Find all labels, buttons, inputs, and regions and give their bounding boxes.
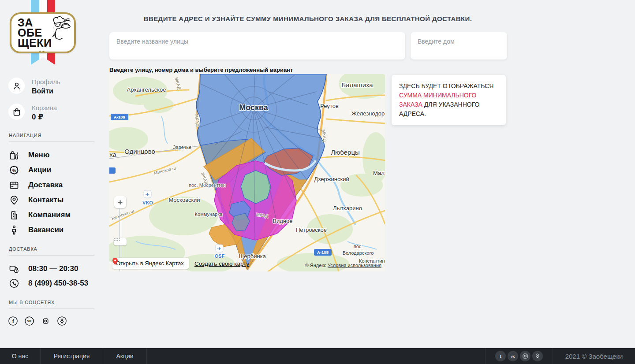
delivery-zones-map[interactable]: А-109 А-105 ✈ VKO ✈ OSF Москва Балашиха … bbox=[109, 74, 385, 271]
info-card-text: ЗДЕСЬ БУДЕТ ОТОБРАЖАТЬСЯ bbox=[399, 82, 493, 89]
delivery-section-header: ДОСТАВКА bbox=[9, 246, 37, 252]
plane-icon: ✈ bbox=[145, 192, 149, 197]
svg-text:VK: VK bbox=[27, 319, 32, 323]
odnoklassniki-icon[interactable] bbox=[57, 316, 67, 326]
sidebar-item-label: Компаниям bbox=[28, 211, 71, 219]
delivery-hours: 08:30 — 20:30 bbox=[28, 264, 78, 273]
sidebar-item-vacancies[interactable]: Вакансии bbox=[9, 224, 97, 236]
svg-text:Москва: Москва bbox=[239, 103, 269, 112]
odnoklassniki-icon[interactable] bbox=[532, 351, 543, 361]
sidebar-socials: f VK bbox=[8, 316, 67, 326]
footer-link-promos[interactable]: Акции bbox=[103, 348, 147, 364]
svg-text:Щербинка: Щербинка bbox=[239, 253, 266, 260]
divider bbox=[9, 141, 94, 142]
login-link[interactable]: Войти bbox=[32, 86, 60, 96]
facebook-icon[interactable]: f bbox=[495, 351, 506, 361]
cart-label: Корзина bbox=[32, 104, 57, 112]
map-pin-icon bbox=[112, 258, 118, 265]
svg-text:Видное: Видное bbox=[273, 218, 292, 224]
terms-of-use-link[interactable]: Условия использования bbox=[328, 263, 381, 268]
street-input[interactable] bbox=[109, 32, 405, 59]
svg-text:Коммунарка: Коммунарка bbox=[195, 212, 223, 217]
plane-icon: ✈ bbox=[217, 246, 221, 251]
sidebar-item-label: Меню bbox=[28, 151, 49, 160]
profile-icon bbox=[8, 78, 25, 94]
sidebar-item-companies[interactable]: Компаниям bbox=[9, 209, 97, 221]
logo[interactable]: ЗА ОБЕ ЩЕКИ bbox=[10, 12, 76, 53]
sidebar-item-label: Вакансии bbox=[28, 226, 64, 234]
yandex-copyright: © Яндекс bbox=[305, 263, 326, 268]
delivery-box-icon bbox=[9, 180, 19, 190]
facebook-icon[interactable]: f bbox=[8, 316, 18, 326]
svg-text:ха: ха bbox=[109, 151, 116, 158]
sidebar-item-promos[interactable]: % Акции bbox=[9, 164, 97, 176]
sidebar-item-delivery[interactable]: Доставка bbox=[9, 179, 97, 191]
nav-section-header: НАВИГАЦИЯ bbox=[9, 133, 41, 138]
logo-dots bbox=[39, 51, 45, 53]
zoom-slider-handle[interactable] bbox=[114, 238, 127, 245]
svg-text:А-109: А-109 bbox=[114, 115, 125, 119]
svg-text:Архангельское: Архангельское bbox=[127, 86, 166, 93]
social-section-header: МЫ В СОЦСЕТЯХ bbox=[9, 300, 55, 305]
person-standing-icon bbox=[9, 225, 19, 235]
create-own-map-link[interactable]: Создать свою карту bbox=[194, 260, 249, 267]
svg-text:пос.: пос. bbox=[354, 244, 363, 249]
sidebar-item-label: Доставка bbox=[28, 181, 63, 189]
phone-number: 8 (499) 450-38-53 bbox=[28, 279, 88, 288]
open-yandex-maps-label: Открыть в Яндекс.Картах bbox=[116, 260, 184, 267]
menu-bag-icon bbox=[9, 150, 19, 160]
sidebar-item-contacts[interactable]: Контакты bbox=[9, 194, 97, 206]
sidebar-item-label: Контакты bbox=[28, 196, 64, 204]
location-pin-icon bbox=[9, 195, 19, 205]
svg-text:Дзержинский: Дзержинский bbox=[314, 176, 349, 182]
sidebar: ЗА ОБЕ ЩЕКИ Профиль Войти bbox=[0, 0, 106, 348]
svg-text:f: f bbox=[500, 353, 502, 359]
svg-text:Лыткарино: Лыткарино bbox=[333, 205, 362, 212]
svg-text:Заречье: Заречье bbox=[173, 145, 191, 150]
svg-text:Балашиха: Балашиха bbox=[341, 81, 373, 89]
svg-text:OSF: OSF bbox=[215, 253, 225, 259]
footer-link-registration[interactable]: Регистрация bbox=[41, 348, 103, 364]
page-title: ВВЕДИТЕ АДРЕС И УЗНАЙТЕ СУММУ МИНИМАЛЬНО… bbox=[106, 15, 510, 22]
svg-text:А-105: А-105 bbox=[317, 250, 329, 255]
chef-illustration-icon bbox=[45, 15, 72, 44]
building-icon bbox=[9, 210, 19, 220]
vk-icon[interactable]: VK bbox=[24, 316, 34, 326]
svg-text:Володарского: Володарского bbox=[343, 250, 374, 256]
footer: О нас Регистрация Акции f VK 2021 © Заоб… bbox=[0, 348, 635, 364]
svg-text:VKO: VKO bbox=[142, 200, 153, 205]
svg-text:Одинцово: Одинцово bbox=[124, 148, 155, 155]
truck-clock-icon bbox=[9, 264, 19, 274]
divider bbox=[9, 308, 94, 309]
divider bbox=[9, 255, 94, 256]
svg-text:%: % bbox=[12, 168, 16, 173]
house-input[interactable] bbox=[411, 32, 507, 59]
cart-row[interactable]: Корзина 0 ₽ bbox=[8, 104, 57, 122]
sidebar-item-menu[interactable]: Меню bbox=[9, 149, 97, 161]
instagram-icon[interactable] bbox=[41, 316, 51, 326]
svg-text:Петровское: Петровское bbox=[296, 227, 327, 233]
open-yandex-maps-button[interactable]: Открыть в Яндекс.Картах bbox=[112, 258, 189, 269]
profile-row[interactable]: Профиль Войти bbox=[8, 78, 60, 96]
vk-icon[interactable]: VK bbox=[508, 351, 518, 361]
zone-green bbox=[241, 171, 271, 204]
svg-text:Малаховка: Малаховка bbox=[373, 170, 385, 176]
svg-text:VK: VK bbox=[511, 355, 515, 358]
min-order-info-card: ЗДЕСЬ БУДЕТ ОТОБРАЖАТЬСЯ СУММА МИНИМАЛЬН… bbox=[392, 75, 506, 125]
phone-row[interactable]: 8 (499) 450-38-53 bbox=[9, 277, 97, 290]
address-helper-text: Введите улицу, номер дома и выберите пре… bbox=[109, 67, 293, 73]
footer-socials: f VK bbox=[485, 348, 553, 364]
footer-copyright: 2021 © Заобещеки bbox=[553, 348, 635, 364]
cart-icon bbox=[8, 104, 25, 120]
percent-badge-icon: % bbox=[9, 165, 19, 175]
profile-label: Профиль bbox=[32, 78, 60, 86]
sidebar-item-label: Акции bbox=[28, 166, 51, 175]
footer-link-about[interactable]: О нас bbox=[0, 348, 41, 364]
zoom-in-button[interactable]: + bbox=[114, 196, 126, 208]
svg-text:Люберцы: Люберцы bbox=[331, 149, 360, 156]
svg-text:Реутов: Реутов bbox=[320, 103, 339, 109]
phone-icon bbox=[9, 278, 19, 289]
delivery-hours-row: 08:30 — 20:30 bbox=[9, 263, 97, 275]
instagram-icon[interactable] bbox=[520, 351, 530, 361]
map-attribution: © Яндекс Условия использования bbox=[305, 263, 381, 268]
